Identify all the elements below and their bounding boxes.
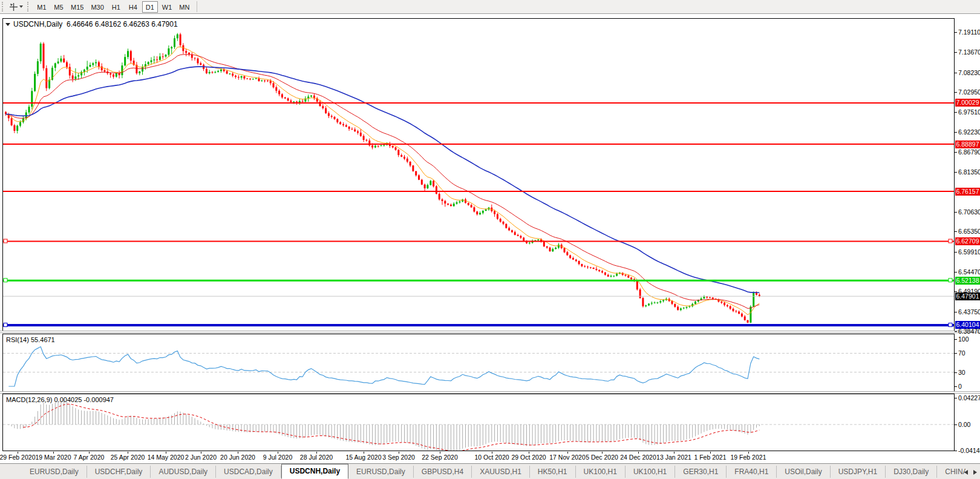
candle-body [598,270,600,271]
candle-body [381,145,382,146]
panel-splitter-rsi[interactable] [0,331,980,333]
candle-body [267,81,269,81]
candle-body [680,308,682,310]
candle-body [473,207,475,211]
candle-body [753,292,754,307]
chart-tab-usdjpy-h1[interactable]: USDJPY,H1 [831,466,886,478]
chart-tabs: EURUSD,DailyUSDCHF,DailyAUDUSD,DailyUSDC… [22,464,965,479]
candle-body [500,219,501,222]
chart-menu-icon[interactable] [5,23,10,26]
timeframe-button-h1[interactable]: H1 [108,1,124,13]
chart-tab-usdcnh-daily[interactable]: USDCNH,Daily [281,464,348,479]
line-handle[interactable] [949,239,952,243]
candle-body [683,308,685,308]
toolbar-grip-2[interactable] [27,2,30,12]
candle-body [200,63,201,65]
candle-body [302,101,304,102]
chart-tab-eurusd-daily[interactable]: EURUSD,Daily [348,466,414,478]
candle-body [529,243,531,243]
crosshair-tool-icon[interactable] [8,1,19,12]
candle-body [412,165,414,171]
line-handle[interactable] [949,279,952,282]
line-handle[interactable] [4,323,7,327]
crosshair-dropdown-icon[interactable] [19,5,23,8]
candle-body [671,301,673,304]
candle-body [433,181,434,187]
chart-symbol-period: USDCNH,Daily [13,20,62,28]
timeframe-button-m1[interactable]: M1 [34,1,50,13]
candle-body [226,71,228,73]
candle-body [747,320,749,323]
candle-body [575,260,577,261]
toolbar: M1M5M15M30H1H4D1W1MN [0,0,980,14]
candle-body [733,309,734,311]
chart-tab-hk50-h1[interactable]: HK50,H1 [530,466,576,478]
rsi-panel-plot[interactable] [2,334,955,392]
candle-body [72,76,74,79]
chart-tab-uk100-h1[interactable]: UK100,H1 [576,466,626,478]
price-axis-tick [955,291,957,292]
timeframe-button-m15[interactable]: M15 [68,1,87,13]
chart-tab-eurusd-daily[interactable]: EURUSD,Daily [22,466,87,478]
timeframe-button-mn[interactable]: MN [176,1,192,13]
candle-body [468,203,469,205]
toolbar-grip[interactable] [2,2,5,12]
timeframe-button-h4[interactable]: H4 [125,1,141,13]
chart-tab-usdcad-daily[interactable]: USDCAD,Daily [216,466,281,478]
chart-tab-ger30-h1[interactable]: GER30,H1 [675,466,727,478]
chart-tab-xauusd-h1[interactable]: XAUUSD,H1 [472,466,530,478]
candle-body [351,129,353,130]
candle-body [217,71,219,72]
rsi-value: 55.4671 [31,336,55,343]
candle-body [209,72,211,73]
tabs-scroll-right-icon[interactable] [973,470,977,475]
price-axis-label: 6.97510 [958,108,980,116]
chart-tab-uk100-h1[interactable]: UK100,H1 [626,466,675,478]
line-handle[interactable] [949,323,952,327]
moving-average-20 [6,55,760,309]
rsi-name: RSI(14) [6,336,29,343]
candle-body [703,297,705,299]
candle-body [63,59,65,62]
candle-body [590,267,592,268]
macd-panel-plot[interactable] [2,394,955,451]
timeframe-button-m30[interactable]: M30 [88,1,106,13]
line-handle[interactable] [4,279,7,282]
candle-body [322,106,324,108]
line-handle[interactable] [4,239,7,243]
price-axis-label: 6.70630 [958,208,980,216]
candle-body [185,51,187,53]
chart-tab-dj30-daily[interactable]: DJ30,Daily [886,466,937,478]
tabs-scroll-left-icon[interactable] [964,470,968,475]
candle-body [264,81,266,81]
candle-body [720,302,722,303]
candle-body [194,58,196,59]
timeframe-button-w1[interactable]: W1 [159,1,175,13]
chart-tab-china300-h1[interactable]: CHINA300,H1 [937,466,965,478]
candle-body [639,289,641,298]
chart-tab-gbpusd-h4[interactable]: GBPUSD,H4 [414,466,472,478]
candle-body [258,78,260,81]
price-axis-tick [955,252,957,253]
price-chart-plot[interactable] [2,18,955,331]
price-line-badge-6.47901: 6.47901 [955,292,980,300]
candle-body [246,79,248,79]
candle-body [113,74,114,77]
candle-body [630,277,632,279]
rsi-axis-tick [955,386,957,387]
candle-body [674,304,676,307]
chart-tab-usdchf-daily[interactable]: USDCHF,Daily [87,466,151,478]
candle-body [238,77,240,78]
candle-body [142,67,143,71]
candle-body [37,61,39,74]
candle-body [407,159,408,162]
candle-body [727,305,728,306]
price-axis-label: 6.81350 [958,168,980,176]
chart-tab-audusd-daily[interactable]: AUDUSD,Daily [151,466,216,478]
chart-tab-usoil-daily[interactable]: USOil,Daily [777,466,830,478]
macd-axis-tick [955,451,957,451]
chart-tab-fra40-h1[interactable]: FRA40,H1 [727,466,777,478]
candle-body [43,44,45,68]
timeframe-button-d1[interactable]: D1 [142,1,158,13]
timeframe-button-m5[interactable]: M5 [51,1,67,13]
